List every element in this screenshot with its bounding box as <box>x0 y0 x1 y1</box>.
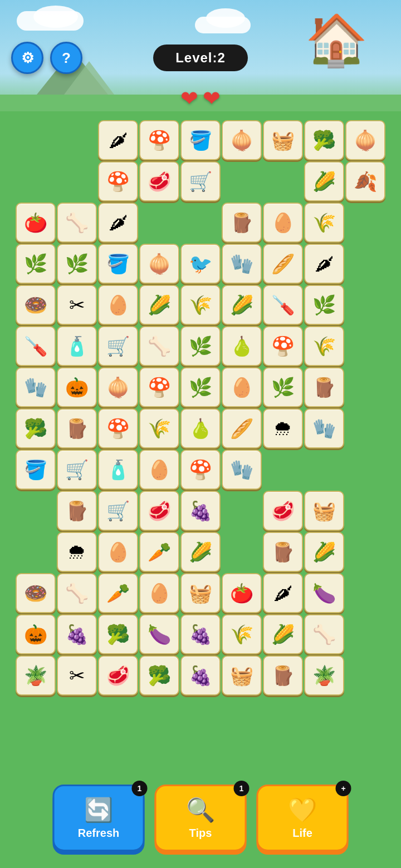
tile[interactable]: 🌽 <box>222 285 262 325</box>
tile[interactable]: 🍄 <box>98 408 138 448</box>
tile[interactable]: 🌽 <box>180 532 221 572</box>
tile[interactable]: 🍆 <box>304 573 344 613</box>
tile[interactable]: 🥕 <box>139 532 179 572</box>
tile[interactable]: 🌾 <box>304 203 344 243</box>
tile[interactable]: 🌾 <box>304 326 344 366</box>
tile[interactable]: 🌨 <box>263 408 303 448</box>
tile[interactable]: 🍄 <box>263 326 303 366</box>
tile[interactable]: 🌶 <box>98 203 138 243</box>
tile[interactable]: 🍄 <box>139 367 179 407</box>
tile[interactable]: 🦴 <box>57 573 97 613</box>
tile[interactable]: 🥚 <box>98 532 138 572</box>
tile[interactable]: 🧺 <box>222 655 262 696</box>
tile[interactable]: 🛒 <box>180 161 221 201</box>
tile[interactable]: 🍄 <box>139 120 179 160</box>
tile[interactable]: 🥩 <box>263 491 303 531</box>
tile[interactable]: 🧤 <box>16 367 56 407</box>
tile[interactable]: 🧴 <box>98 450 138 490</box>
tile[interactable]: 🍇 <box>180 491 221 531</box>
tile[interactable]: 🌾 <box>180 285 221 325</box>
tile[interactable]: 🍄 <box>180 450 221 490</box>
tile[interactable]: 🍇 <box>180 655 221 696</box>
tile[interactable]: 🧤 <box>222 244 262 284</box>
tile[interactable]: 🌿 <box>57 244 97 284</box>
tile[interactable]: 🪣 <box>98 244 138 284</box>
tile[interactable]: 🥚 <box>139 450 179 490</box>
tile[interactable]: 🥦 <box>98 614 138 654</box>
tile[interactable]: 🛒 <box>98 326 138 366</box>
tile[interactable]: 🥦 <box>139 655 179 696</box>
tile[interactable]: 🪵 <box>57 408 97 448</box>
tile[interactable]: 🍅 <box>16 203 56 243</box>
tile[interactable]: 🪵 <box>222 203 262 243</box>
tile[interactable]: 🧅 <box>98 367 138 407</box>
tile[interactable]: 🪛 <box>263 285 303 325</box>
tile[interactable]: 🛒 <box>57 450 97 490</box>
tile[interactable]: 🥦 <box>304 120 344 160</box>
tile[interactable]: 🍩 <box>16 285 56 325</box>
tile[interactable]: 🥩 <box>98 655 138 696</box>
tile[interactable]: 🌿 <box>263 367 303 407</box>
tile[interactable]: 🧴 <box>57 326 97 366</box>
tile[interactable]: 🦴 <box>304 614 344 654</box>
tile[interactable]: 🪛 <box>16 326 56 366</box>
tile[interactable]: 🥚 <box>222 367 262 407</box>
tile[interactable]: 🌿 <box>16 244 56 284</box>
tile[interactable]: 🪴 <box>304 655 344 696</box>
tile[interactable]: 🍆 <box>139 614 179 654</box>
tile[interactable]: 🍩 <box>16 573 56 613</box>
tile[interactable]: 🎃 <box>16 614 56 654</box>
tile[interactable]: 🪣 <box>16 450 56 490</box>
tile[interactable]: 🦴 <box>57 203 97 243</box>
tile[interactable]: 🌽 <box>139 285 179 325</box>
tile[interactable]: 🪣 <box>180 120 221 160</box>
tile[interactable]: 🍄 <box>98 161 138 201</box>
tile[interactable]: 🍐 <box>180 408 221 448</box>
tile[interactable]: 🍇 <box>180 614 221 654</box>
tile[interactable]: 🥖 <box>263 244 303 284</box>
tile[interactable]: 🌽 <box>304 161 344 201</box>
tile[interactable]: 🎃 <box>57 367 97 407</box>
tile[interactable]: 🧺 <box>180 573 221 613</box>
tile[interactable]: 🥩 <box>139 161 179 201</box>
tile[interactable]: 🌽 <box>304 532 344 572</box>
tile[interactable]: 🪵 <box>304 367 344 407</box>
tile[interactable]: 🌶 <box>98 120 138 160</box>
tile[interactable]: ✂ <box>57 655 97 696</box>
tile[interactable]: 🌽 <box>263 614 303 654</box>
tile[interactable]: 🍇 <box>57 614 97 654</box>
tile[interactable]: 🥕 <box>98 573 138 613</box>
tile[interactable]: 🧅 <box>222 120 262 160</box>
tile[interactable]: 🌿 <box>180 326 221 366</box>
tile[interactable]: 🪵 <box>263 655 303 696</box>
tile[interactable]: 🍅 <box>222 573 262 613</box>
tile[interactable]: 🪵 <box>57 491 97 531</box>
tile[interactable]: ✂ <box>57 285 97 325</box>
tile[interactable]: 🧺 <box>304 491 344 531</box>
tile[interactable]: 🌾 <box>139 408 179 448</box>
tile[interactable]: 🦴 <box>139 326 179 366</box>
tile[interactable]: 🥚 <box>98 285 138 325</box>
tile[interactable]: 🧤 <box>222 450 262 490</box>
tile[interactable]: 🥖 <box>222 408 262 448</box>
tile[interactable]: 🥚 <box>139 573 179 613</box>
tile[interactable]: 🌶 <box>304 244 344 284</box>
tile[interactable]: 🌿 <box>304 285 344 325</box>
tile[interactable]: 🛒 <box>98 491 138 531</box>
tile[interactable]: 🪴 <box>16 655 56 696</box>
settings-button[interactable]: ⚙ <box>11 42 43 74</box>
tile[interactable]: 🍂 <box>345 161 385 201</box>
tile[interactable]: 🐦 <box>180 244 221 284</box>
tile[interactable]: 🌶 <box>263 573 303 613</box>
tile[interactable]: 🍐 <box>222 326 262 366</box>
tile[interactable]: 🪵 <box>263 532 303 572</box>
refresh-button[interactable]: 1 🔄 Refresh <box>53 785 145 851</box>
tile[interactable]: 🌾 <box>222 614 262 654</box>
tile[interactable]: 🌿 <box>180 367 221 407</box>
help-button[interactable]: ? <box>50 42 82 74</box>
tile[interactable]: 🥩 <box>139 491 179 531</box>
tile[interactable]: 🧺 <box>263 120 303 160</box>
tips-button[interactable]: 1 🔍 Tips <box>155 785 247 851</box>
tile[interactable]: 🌨 <box>57 532 97 572</box>
tile[interactable]: 🧤 <box>304 408 344 448</box>
